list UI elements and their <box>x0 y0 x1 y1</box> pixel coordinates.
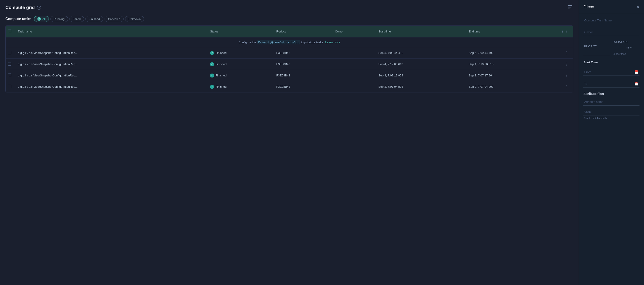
row-1-reducer: F3E08B43 <box>273 47 332 59</box>
duration-input-row: ms s m h <box>613 45 640 51</box>
duration-hint: Longer than <box>613 53 640 55</box>
tab-unknown-label: Unknown <box>128 17 140 21</box>
from-input[interactable] <box>584 69 634 76</box>
page-title-wrap: Compute grid ? <box>6 5 41 10</box>
page-header: Compute grid ? <box>6 5 573 11</box>
column-options-button[interactable]: ⋮⋮ <box>559 29 570 35</box>
row-4-checkbox[interactable] <box>8 85 11 88</box>
table-header-row: Task name Status Reducer Owner Start tim… <box>6 26 573 38</box>
col-task-name: Task name <box>15 26 207 38</box>
main-content: Compute grid ? Compute tasks ✓ All Runni… <box>0 0 579 285</box>
tab-failed[interactable]: Failed <box>70 16 84 22</box>
col-end-time: End time <box>466 26 556 38</box>
row-1-checkbox[interactable] <box>8 51 11 54</box>
to-calendar-icon[interactable]: 📅 <box>634 81 640 87</box>
row-2-end-time: Sep 4, 7:19:06.613 <box>466 59 556 70</box>
row-1-status-badge: ✓ Finished <box>210 51 270 55</box>
duration-unit-select[interactable]: ms s m h <box>625 46 633 49</box>
to-field: 📅 <box>584 80 640 88</box>
row-1-more: ⋮ <box>556 47 573 59</box>
attribute-name-input[interactable] <box>584 98 640 106</box>
compute-task-name-field <box>584 17 640 24</box>
tab-canceled[interactable]: Canceled <box>104 16 124 22</box>
row-2-status-dot: ✓ <box>210 62 214 66</box>
to-input[interactable] <box>584 80 634 87</box>
row-1-start-time: Sep 5, 7:09:44.492 <box>375 47 466 59</box>
row-3-more-button[interactable]: ⋮ <box>563 72 570 79</box>
table-row: o.g.g.i.v.d.s.VisorSnapshotConfiguration… <box>6 59 573 70</box>
tab-failed-label: Failed <box>73 17 81 21</box>
tab-finished-label: Finished <box>89 17 100 21</box>
row-3-status-badge: ✓ Finished <box>210 74 270 78</box>
col-start-time: Start time <box>375 26 466 38</box>
row-4-owner <box>332 81 375 92</box>
row-1-more-button[interactable]: ⋮ <box>563 50 570 56</box>
tab-unknown[interactable]: Unknown <box>125 16 144 22</box>
start-time-section: Start Time <box>584 60 640 64</box>
close-filters-button[interactable]: × <box>636 5 640 10</box>
row-4-status-dot: ✓ <box>210 85 214 89</box>
to-input-row: 📅 <box>584 80 640 88</box>
tab-canceled-label: Canceled <box>108 17 120 21</box>
table-row: o.g.g.i.v.d.s.VisorSnapshotConfiguration… <box>6 70 573 81</box>
owner-field <box>584 29 640 36</box>
row-2-task-name: o.g.g.i.v.d.s.VisorSnapshotConfiguration… <box>15 59 207 70</box>
info-code: PriorityQueueCollisionSpi <box>257 40 300 45</box>
info-prefix: Configure the <box>238 41 256 44</box>
row-3-reducer: F3E08B43 <box>273 70 332 81</box>
page-title: Compute grid <box>6 5 35 10</box>
table-row: o.g.g.i.v.d.s.VisorSnapshotConfiguration… <box>6 47 573 59</box>
tab-finished[interactable]: Finished <box>86 16 103 22</box>
tab-all-label: All <box>42 17 46 21</box>
row-1-status: ✓ Finished <box>207 47 273 59</box>
owner-input[interactable] <box>584 29 640 36</box>
table-container: Task name Status Reducer Owner Start tim… <box>6 26 573 92</box>
row-4-more-button[interactable]: ⋮ <box>563 84 570 90</box>
svg-rect-0 <box>568 6 572 6</box>
row-1-status-text: Finished <box>216 51 226 55</box>
col-owner: Owner <box>332 26 375 38</box>
row-2-check <box>6 59 15 70</box>
row-3-end-time: Sep 3, 7:07:17.964 <box>466 70 556 81</box>
filter-tabs: ✓ All Running Failed Finished Canceled U… <box>34 16 144 22</box>
learn-more-link[interactable]: Learn more <box>325 41 340 44</box>
tab-all[interactable]: ✓ All <box>34 16 49 22</box>
row-3-status-text: Finished <box>216 74 226 77</box>
filters-header: Filters × <box>579 0 644 13</box>
filter-toggle-button[interactable] <box>567 5 573 11</box>
col-check <box>6 26 15 38</box>
row-4-reducer: F3E08B43 <box>273 81 332 92</box>
row-1-status-dot: ✓ <box>210 51 214 55</box>
svg-rect-1 <box>568 7 571 8</box>
row-3-checkbox[interactable] <box>8 74 11 77</box>
row-3-status-dot: ✓ <box>210 74 214 78</box>
row-2-checkbox[interactable] <box>8 62 11 66</box>
priority-input[interactable] <box>584 48 610 55</box>
row-3-owner <box>332 70 375 81</box>
tab-running[interactable]: Running <box>50 16 68 22</box>
select-all-checkbox[interactable] <box>8 30 11 33</box>
row-3-task-name: o.g.g.i.v.d.s.VisorSnapshotConfiguration… <box>15 70 207 81</box>
col-more-header: ⋮⋮ <box>556 26 573 38</box>
row-2-owner <box>332 59 375 70</box>
filters-title: Filters <box>584 5 594 9</box>
row-3-start-time: Sep 3, 7:07:17.954 <box>375 70 466 81</box>
compute-task-name-input[interactable] <box>584 17 640 24</box>
attribute-value-input[interactable] <box>584 108 640 115</box>
row-2-more-button[interactable]: ⋮ <box>563 61 570 67</box>
row-2-start-time: Sep 4, 7:19:06.613 <box>375 59 466 70</box>
help-icon[interactable]: ? <box>37 6 41 10</box>
row-4-start-time: Sep 2, 7:07:04.803 <box>375 81 466 92</box>
filters-body: Priority Duration ms s m h Longer than <box>579 13 644 123</box>
from-calendar-icon[interactable]: 📅 <box>634 69 640 75</box>
row-2-status-text: Finished <box>216 63 226 66</box>
value-field: Should match exactly <box>584 108 640 120</box>
row-2-status-badge: ✓ Finished <box>210 62 270 66</box>
duration-value-input[interactable] <box>613 45 624 50</box>
row-4-status: ✓ Finished <box>207 81 273 92</box>
row-1-end-time: Sep 5, 7:09:44.492 <box>466 47 556 59</box>
tab-running-label: Running <box>54 17 64 21</box>
data-table: Task name Status Reducer Owner Start tim… <box>6 26 573 92</box>
row-4-task-name: o.g.g.i.v.d.s.VisorSnapshotConfiguration… <box>15 81 207 92</box>
row-4-more: ⋮ <box>556 81 573 92</box>
